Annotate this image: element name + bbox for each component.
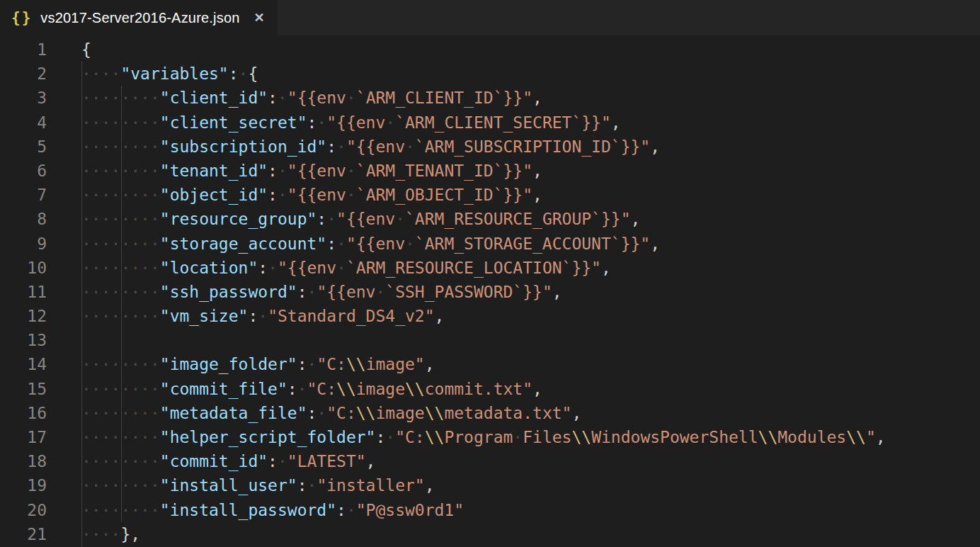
code-token: \\: [758, 428, 778, 446]
code-line[interactable]: 5········"subscription_id":·"{{env·`ARM_…: [0, 135, 980, 159]
code-line[interactable]: 1{: [0, 38, 980, 62]
line-number[interactable]: 15: [0, 377, 47, 401]
whitespace-dots: ·: [278, 89, 287, 107]
code-token: :: [326, 137, 336, 156]
line-number[interactable]: 7: [0, 183, 47, 207]
code-token: "object_id": [160, 186, 268, 204]
code-token: "image_folder": [160, 355, 297, 373]
line-number[interactable]: 21: [0, 522, 47, 546]
code-token: "client_secret": [160, 113, 307, 132]
line-number[interactable]: 12: [0, 304, 47, 328]
line-number[interactable]: 9: [0, 232, 47, 256]
line-number[interactable]: 14: [0, 352, 47, 376]
code-editor[interactable]: 1{2····"variables":·{3········"client_id…: [0, 35, 980, 547]
code-token: `ARM_STORAGE_ACCOUNT`}}": [415, 235, 650, 253]
line-number[interactable]: 20: [0, 498, 47, 522]
whitespace-dots: ········: [81, 501, 160, 519]
code-token: "C:: [326, 404, 356, 422]
code-token: "{{env: [278, 259, 336, 277]
code-line[interactable]: 18········"commit_id":·"LATEST",: [0, 449, 980, 473]
line-number[interactable]: 11: [0, 280, 47, 304]
code-line[interactable]: 21····},: [0, 522, 980, 546]
code-text: ········"commit_id":·"LATEST",: [81, 449, 375, 473]
code-line[interactable]: 12········"vm_size":·"Standard_DS4_v2",: [0, 304, 980, 328]
code-line[interactable]: 6········"tenant_id":·"{{env·`ARM_TENANT…: [0, 159, 980, 183]
line-number[interactable]: 16: [0, 401, 47, 425]
code-token: ,: [366, 452, 376, 470]
code-line[interactable]: 14········"image_folder":·"C:\\image",: [0, 352, 980, 376]
tab-vs2017-server2016-azure-json[interactable]: {} vs2017-Server2016-Azure.json ✕: [0, 0, 278, 35]
code-token: "metadata_file": [160, 404, 307, 422]
code-line[interactable]: 4········"client_secret":·"{{env·`ARM_CL…: [0, 111, 980, 135]
code-token: "P@ssw0rd1": [356, 501, 464, 519]
line-number[interactable]: 13: [0, 328, 47, 352]
line-number[interactable]: 18: [0, 449, 47, 473]
code-line[interactable]: 19········"install_user":·"installer",: [0, 473, 980, 497]
code-token: "storage_account": [160, 235, 326, 253]
code-token: "install_user": [160, 476, 297, 495]
code-line[interactable]: 7········"object_id":·"{{env·`ARM_OBJECT…: [0, 183, 980, 207]
whitespace-dots: ····: [81, 64, 120, 83]
code-token: ,: [532, 162, 542, 180]
code-line[interactable]: 20········"install_password":·"P@ssw0rd1…: [0, 498, 980, 522]
whitespace-dots: ·: [336, 137, 346, 156]
code-line[interactable]: 16········"metadata_file":·"C:\\image\\m…: [0, 401, 980, 425]
line-number[interactable]: 5: [0, 135, 47, 159]
line-number[interactable]: 17: [0, 425, 47, 449]
code-token: ,: [425, 355, 435, 373]
code-token: "commit_file": [160, 380, 287, 398]
code-text: ····},: [81, 522, 140, 546]
whitespace-dots: ·: [385, 428, 395, 446]
whitespace-dots: ·: [258, 307, 268, 325]
code-text: ········"object_id":·"{{env·`ARM_OBJECT_…: [81, 183, 542, 207]
code-token: :: [297, 476, 307, 495]
whitespace-dots: ········: [81, 380, 160, 398]
whitespace-dots: ········: [81, 210, 160, 228]
whitespace-dots: ·: [326, 210, 336, 228]
code-token: ,: [571, 404, 581, 422]
line-number[interactable]: 3: [0, 86, 47, 110]
code-token: :: [287, 380, 297, 398]
line-number[interactable]: 19: [0, 473, 47, 497]
line-number[interactable]: 1: [0, 38, 47, 62]
whitespace-dots: ········: [81, 404, 160, 422]
code-line[interactable]: 3········"client_id":·"{{env·`ARM_CLIENT…: [0, 86, 980, 110]
line-number[interactable]: 6: [0, 159, 47, 183]
code-line[interactable]: 11········"ssh_password":·"{{env·`SSH_PA…: [0, 280, 980, 304]
code-token: :: [297, 355, 307, 373]
code-token: \\: [405, 380, 425, 398]
code-line[interactable]: 13: [0, 328, 980, 352]
code-token: ,: [631, 210, 641, 228]
code-token: ,: [532, 186, 542, 204]
tab-bar: {} vs2017-Server2016-Azure.json ✕: [0, 0, 980, 35]
code-line[interactable]: 10········"location":·"{{env·`ARM_RESOUR…: [0, 256, 980, 280]
whitespace-dots: ········: [81, 452, 160, 470]
line-number[interactable]: 10: [0, 256, 47, 280]
code-token: WindowsPowerShell: [591, 428, 758, 446]
whitespace-dots: ·: [346, 162, 356, 180]
whitespace-dots: ·: [307, 283, 317, 301]
whitespace-dots: ·: [239, 64, 249, 83]
code-line[interactable]: 15········"commit_file":·"C:\\image\\com…: [0, 377, 980, 401]
line-number[interactable]: 4: [0, 111, 47, 135]
code-text: ····"variables":·{: [81, 62, 258, 86]
json-file-icon: {}: [11, 11, 32, 26]
line-number[interactable]: 2: [0, 62, 47, 86]
code-token: \\: [425, 428, 445, 446]
code-line[interactable]: 8········"resource_group":·"{{env·`ARM_R…: [0, 207, 980, 231]
line-number[interactable]: 8: [0, 207, 47, 231]
code-token: "{{env: [287, 186, 346, 204]
code-line[interactable]: 9········"storage_account":·"{{env·`ARM_…: [0, 232, 980, 256]
code-token: "tenant_id": [160, 162, 268, 180]
code-token: \\: [846, 428, 866, 446]
code-token: "{{env: [317, 283, 375, 301]
code-line[interactable]: 2····"variables":·{: [0, 62, 980, 86]
whitespace-dots: ········: [81, 235, 160, 253]
code-token: "subscription_id": [160, 137, 326, 156]
close-tab-icon[interactable]: ✕: [254, 11, 265, 24]
whitespace-dots: ·: [278, 162, 287, 180]
code-token: "{{env: [287, 89, 346, 107]
code-line[interactable]: 17········"helper_script_folder":·"C:\\P…: [0, 425, 980, 449]
code-token: :: [258, 259, 268, 277]
code-token: commit.txt": [425, 380, 532, 398]
